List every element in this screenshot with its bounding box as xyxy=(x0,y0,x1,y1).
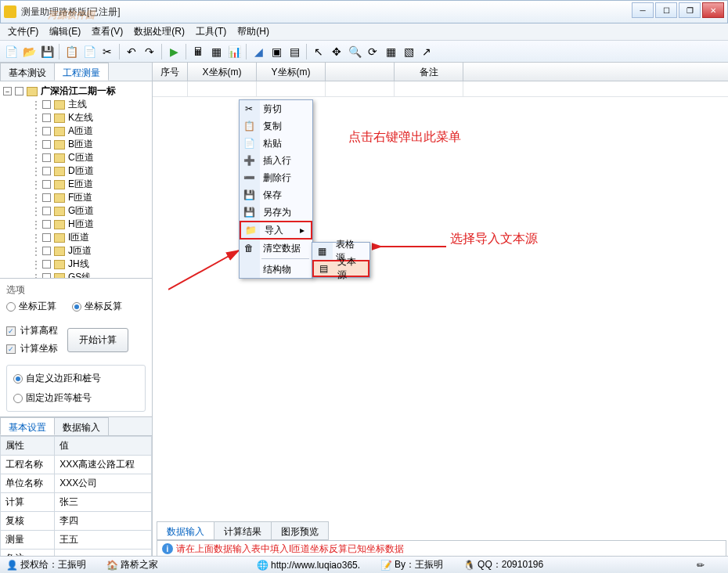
submenu-text-source[interactable]: ▤ 文本源 xyxy=(312,260,369,277)
tb-zoom-icon[interactable]: 🔍 xyxy=(347,44,362,59)
ctx-剪切[interactable]: ✂剪切 xyxy=(240,100,312,117)
property-row[interactable]: 复核李四 xyxy=(1,512,152,531)
btab-data-input[interactable]: 数据输入 xyxy=(157,521,214,540)
checkbox-coordinate[interactable] xyxy=(6,344,16,354)
tb-refresh-icon[interactable]: ⟳ xyxy=(365,44,380,59)
tree-item[interactable]: ⋮K左线 xyxy=(2,111,150,124)
status-qq[interactable]: 🐧 QQ：20910196 xyxy=(463,558,543,571)
tree-item[interactable]: ⋮E匝道 xyxy=(2,178,150,191)
radio-reverse-calc[interactable]: 坐标反算 xyxy=(72,300,122,313)
project-tree[interactable]: − 广深沿江二期一标 ⋮主线⋮K左线⋮A匝道⋮B匝道⋮C匝道⋮D匝道⋮E匝道⋮F… xyxy=(0,81,152,279)
col-remark[interactable]: 备注 xyxy=(395,63,463,81)
col-blank[interactable] xyxy=(326,63,395,81)
tb-new-icon[interactable]: 📄 xyxy=(3,44,19,59)
ctx-插入行[interactable]: ➕插入行 xyxy=(240,152,312,169)
property-row[interactable]: 计算张三 xyxy=(1,493,152,512)
collapse-icon[interactable]: − xyxy=(3,87,12,96)
radio-custom-margin[interactable]: 自定义边距和桩号 xyxy=(13,372,139,385)
status-home[interactable]: 🏠 路桥之家 xyxy=(106,558,158,571)
tree-item[interactable]: ⋮B匝道 xyxy=(2,138,150,151)
restore-button[interactable]: ❐ xyxy=(679,2,701,18)
col-index[interactable]: 序号 xyxy=(153,63,188,81)
checkbox[interactable] xyxy=(42,140,51,149)
property-row[interactable]: 单位名称XXX公司 xyxy=(1,474,152,493)
tree-item[interactable]: ⋮J匝道 xyxy=(2,244,150,258)
start-calc-button[interactable]: 开始计算 xyxy=(67,328,128,352)
close-button[interactable]: ✕ xyxy=(702,2,724,18)
tb-undo-icon[interactable]: ↶ xyxy=(124,44,139,59)
ctx-结构物[interactable]: 结构物 xyxy=(240,261,312,278)
tb-chart-icon[interactable]: 📊 xyxy=(226,44,242,59)
ctx-删除行[interactable]: ➖删除行 xyxy=(240,169,312,186)
menu-file[interactable]: 文件(F) xyxy=(3,23,43,40)
checkbox[interactable] xyxy=(42,247,51,255)
checkbox[interactable] xyxy=(42,127,51,135)
tree-item[interactable]: ⋮GS线 xyxy=(2,271,150,279)
tb-play-icon[interactable]: ▶ xyxy=(166,44,182,59)
checkbox[interactable] xyxy=(42,100,51,109)
tb-export-icon[interactable]: ↗ xyxy=(419,44,434,59)
ctx-保存[interactable]: 💾保存 xyxy=(240,186,312,204)
property-table[interactable]: 属性值 工程名称XXX高速公路工程单位名称XXX公司计算张三复核李四测量王五备注 xyxy=(0,436,152,568)
tab-basic-settings[interactable]: 基本设置 xyxy=(0,417,55,435)
tree-item[interactable]: ⋮H匝道 xyxy=(2,218,150,231)
ctx-复制[interactable]: 📋复制 xyxy=(240,117,312,135)
menu-view[interactable]: 查看(V) xyxy=(87,23,128,40)
tb-table-icon[interactable]: ▦ xyxy=(208,44,224,59)
checkbox[interactable] xyxy=(42,220,51,229)
tree-item[interactable]: ⋮A匝道 xyxy=(2,124,150,138)
maximize-button[interactable]: ☐ xyxy=(655,2,677,18)
tb-paste-icon[interactable]: 📄 xyxy=(81,44,97,59)
ctx-粘贴[interactable]: 📄粘贴 xyxy=(240,135,312,152)
tb-save-icon[interactable]: 💾 xyxy=(39,44,55,59)
tab-data-input[interactable]: 数据输入 xyxy=(54,417,109,435)
tab-basic-survey[interactable]: 基本测设 xyxy=(0,63,55,81)
menu-help[interactable]: 帮助(H) xyxy=(232,23,274,40)
checkbox[interactable] xyxy=(42,114,51,122)
tb-tool3-icon[interactable]: ▤ xyxy=(287,44,302,59)
btab-graphic-preview[interactable]: 图形预览 xyxy=(271,521,329,540)
btab-calc-result[interactable]: 计算结果 xyxy=(214,521,272,540)
checkbox[interactable] xyxy=(42,233,51,242)
tree-item[interactable]: ⋮F匝道 xyxy=(2,191,150,204)
status-url[interactable]: 🌐 http://www.luqiao365. xyxy=(257,560,360,571)
checkbox[interactable] xyxy=(42,180,51,189)
property-row[interactable]: 测量王五 xyxy=(1,531,152,550)
menu-tools[interactable]: 工具(T) xyxy=(191,23,231,40)
tb-tool1-icon[interactable]: ◢ xyxy=(250,44,266,59)
ctx-清空数据[interactable]: 🗑清空数据 xyxy=(240,240,312,257)
tb-grid-icon[interactable]: ▦ xyxy=(383,44,398,59)
tb-copy-icon[interactable]: 📋 xyxy=(63,44,79,59)
tb-layer-icon[interactable]: ▧ xyxy=(401,44,416,59)
checkbox[interactable] xyxy=(42,153,51,162)
tree-item[interactable]: ⋮C匝道 xyxy=(2,151,150,164)
status-tool[interactable]: ✏ xyxy=(695,560,706,571)
radio-forward-calc[interactable]: 坐标正算 xyxy=(6,300,56,313)
radio-fixed-margin[interactable]: 固定边距等桩号 xyxy=(13,391,139,405)
checkbox[interactable] xyxy=(42,207,51,215)
tree-item[interactable]: ⋮G匝道 xyxy=(2,204,150,218)
checkbox[interactable] xyxy=(42,260,51,268)
tree-root-1[interactable]: − 广深沿江二期一标 xyxy=(2,85,150,98)
minimize-button[interactable]: ─ xyxy=(632,2,654,18)
menu-edit[interactable]: 编辑(E) xyxy=(45,23,85,40)
tb-redo-icon[interactable]: ↷ xyxy=(142,44,157,59)
tab-engineering-survey[interactable]: 工程测量 xyxy=(54,63,109,81)
checkbox[interactable] xyxy=(15,87,23,96)
tb-tool2-icon[interactable]: ▣ xyxy=(268,44,284,59)
checkbox-elevation[interactable] xyxy=(6,326,16,336)
checkbox[interactable] xyxy=(42,273,51,279)
tree-item[interactable]: ⋮D匝道 xyxy=(2,164,150,178)
col-x[interactable]: X坐标(m) xyxy=(188,63,257,81)
tree-item[interactable]: ⋮I匝道 xyxy=(2,231,150,244)
tb-move-icon[interactable]: ✥ xyxy=(329,44,344,59)
tb-open-icon[interactable]: 📂 xyxy=(21,44,37,59)
tb-calc-icon[interactable]: 🖩 xyxy=(190,44,206,59)
checkbox[interactable] xyxy=(42,193,51,202)
menu-data[interactable]: 数据处理(R) xyxy=(129,23,189,40)
col-y[interactable]: Y坐标(m) xyxy=(257,63,326,81)
property-row[interactable]: 工程名称XXX高速公路工程 xyxy=(1,456,152,474)
ctx-另存为[interactable]: 💾另存为 xyxy=(240,204,312,221)
tree-item[interactable]: ⋮JH线 xyxy=(2,258,150,271)
tree-item[interactable]: ⋮主线 xyxy=(2,98,150,111)
